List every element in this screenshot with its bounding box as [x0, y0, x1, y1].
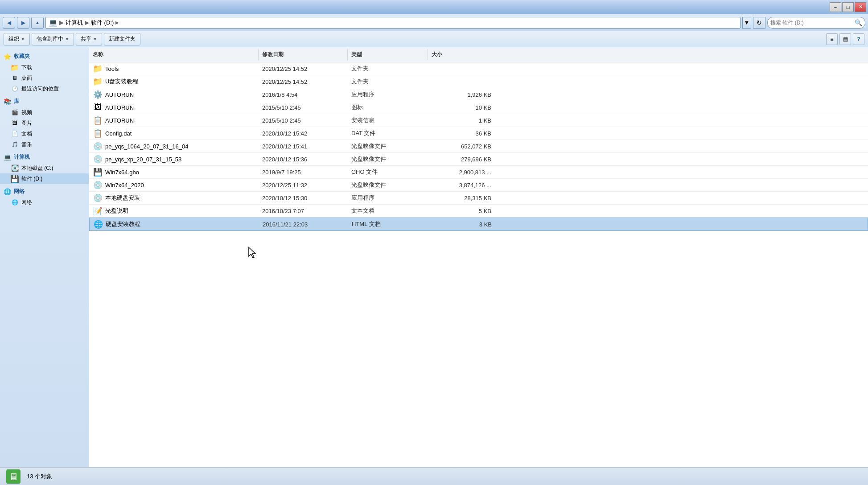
maximize-button[interactable]: □ — [842, 2, 854, 12]
sidebar-item-desktop[interactable]: 🖥 桌面 — [0, 73, 89, 83]
file-modified: 2020/12/25 14:52 — [259, 77, 348, 86]
computer-label: 计算机 — [14, 153, 30, 161]
file-icon: 💿 — [93, 180, 103, 190]
file-name-cell: 🖼 AUTORUN — [89, 101, 259, 114]
sidebar-network-section: 🌐 网络 🌐 网络 — [0, 186, 89, 208]
sidebar-item-video[interactable]: 🎬 视频 — [0, 107, 89, 118]
sidebar-item-c-drive[interactable]: 💽 本地磁盘 (C:) — [0, 163, 89, 173]
table-row[interactable]: 💿 本地硬盘安装 2020/10/12 15:30 应用程序 28,315 KB — [89, 192, 868, 205]
refresh-button[interactable]: ↻ — [753, 17, 765, 29]
sidebar-item-docs[interactable]: 📄 文档 — [0, 128, 89, 139]
sidebar-network-header[interactable]: 🌐 网络 — [0, 186, 89, 197]
close-button[interactable]: ✕ — [855, 2, 866, 12]
c-drive-icon: 💽 — [11, 164, 19, 172]
file-modified: 2019/9/7 19:25 — [259, 168, 348, 177]
table-row[interactable]: ⚙️ AUTORUN 2016/1/8 4:54 应用程序 1,926 KB — [89, 88, 868, 101]
sidebar-library-header[interactable]: 📚 库 — [0, 96, 89, 107]
file-size: 1 KB — [428, 116, 495, 125]
share-arrow: ▼ — [93, 37, 97, 41]
address-dropdown-button[interactable]: ▼ — [742, 17, 751, 29]
sidebar-d-drive-label: 软件 (D:) — [21, 175, 42, 183]
col-header-type[interactable]: 类型 — [348, 49, 428, 60]
file-modified: 2015/5/10 2:45 — [259, 103, 348, 112]
file-size: 3,874,126 ... — [428, 181, 495, 190]
file-modified: 2016/1/8 4:54 — [259, 90, 348, 99]
download-folder-icon: 📁 — [11, 63, 19, 71]
path-computer[interactable]: 计算机 — [66, 19, 83, 27]
file-modified: 2015/5/10 2:45 — [259, 116, 348, 125]
back-button[interactable]: ◀ — [3, 17, 15, 29]
minimize-button[interactable]: − — [830, 2, 841, 12]
table-row[interactable]: 📋 AUTORUN 2015/5/10 2:45 安装信息 1 KB — [89, 114, 868, 127]
up-button[interactable]: ▲ — [31, 17, 44, 29]
view-details-button[interactable]: ▤ — [839, 33, 851, 45]
titlebar: − □ ✕ — [0, 0, 868, 14]
col-header-name[interactable]: 名称 — [89, 49, 259, 60]
file-type: 文件夹 — [348, 63, 428, 74]
file-icon: 💿 — [93, 141, 103, 151]
col-header-modified[interactable]: 修改日期 — [259, 49, 348, 60]
music-icon: 🎵 — [11, 140, 19, 148]
sidebar-item-d-drive[interactable]: 💾 软件 (D:) — [0, 173, 89, 184]
path-drive[interactable]: 软件 (D:) — [91, 19, 114, 27]
network-icon: 🌐 — [4, 188, 11, 195]
file-name: pe_yqs_1064_20_07_31_16_04 — [105, 143, 189, 150]
file-size — [428, 67, 495, 70]
path-separator-2: ▶ — [85, 19, 89, 26]
sidebar-item-pictures[interactable]: 🖼 图片 — [0, 118, 89, 128]
file-name-cell: 📁 U盘安装教程 — [89, 75, 259, 88]
file-name-cell: 💿 Win7x64_2020 — [89, 179, 259, 191]
help-button[interactable]: ? — [853, 33, 864, 45]
file-name-cell: ⚙️ AUTORUN — [89, 88, 259, 101]
sidebar-item-network[interactable]: 🌐 网络 — [0, 197, 89, 208]
svg-text:🖥: 🖥 — [8, 471, 18, 482]
organize-button[interactable]: 组织 ▼ — [4, 33, 30, 45]
address-path[interactable]: 💻 ▶ 计算机 ▶ 软件 (D:) ▶ — [45, 17, 740, 29]
search-input[interactable] — [770, 20, 855, 26]
pictures-icon: 🖼 — [11, 119, 19, 127]
file-type: 光盘映像文件 — [348, 141, 428, 152]
file-name: Win7x64.gho — [105, 169, 139, 176]
table-row[interactable]: 📋 Config.dat 2020/10/12 15:42 DAT 文件 36 … — [89, 127, 868, 140]
sidebar-download-label: 下载 — [21, 64, 32, 71]
sidebar-item-recent[interactable]: 🕐 最近访问的位置 — [0, 83, 89, 94]
search-icon[interactable]: 🔍 — [855, 19, 862, 26]
file-name-cell: 📝 光盘说明 — [89, 205, 259, 217]
toolbar: 组织 ▼ 包含到库中 ▼ 共享 ▼ 新建文件夹 ≡ ▤ ? — [0, 31, 868, 47]
d-drive-icon: 💾 — [11, 175, 19, 183]
include-in-library-button[interactable]: 包含到库中 ▼ — [32, 33, 74, 45]
table-row[interactable]: 📁 U盘安装教程 2020/12/25 14:52 文件夹 — [89, 75, 868, 88]
file-name-cell: 💾 Win7x64.gho — [89, 166, 259, 178]
col-header-size[interactable]: 大小 — [428, 49, 495, 60]
new-folder-button[interactable]: 新建文件夹 — [104, 33, 140, 45]
sidebar-item-download[interactable]: 📁 下载 — [0, 62, 89, 73]
file-name-cell: 🌐 硬盘安装教程 — [90, 218, 259, 230]
library-label: 库 — [14, 98, 19, 105]
table-row[interactable]: 📝 光盘说明 2016/10/23 7:07 文本文档 5 KB — [89, 205, 868, 218]
file-type: 文本文档 — [348, 206, 428, 216]
sidebar-computer-section: 💻 计算机 💽 本地磁盘 (C:) 💾 软件 (D:) — [0, 152, 89, 184]
file-modified: 2020/10/12 15:42 — [259, 129, 348, 138]
table-row[interactable]: 📁 Tools 2020/12/25 14:52 文件夹 — [89, 62, 868, 75]
path-separator-1: ▶ — [59, 19, 64, 26]
file-name: Config.dat — [105, 130, 132, 137]
forward-button[interactable]: ▶ — [17, 17, 29, 29]
sidebar-item-music[interactable]: 🎵 音乐 — [0, 139, 89, 150]
search-box[interactable]: 🔍 — [767, 17, 865, 29]
column-headers: 名称 修改日期 类型 大小 — [89, 47, 868, 62]
table-row[interactable]: 💾 Win7x64.gho 2019/9/7 19:25 GHO 文件 2,90… — [89, 166, 868, 179]
sidebar-computer-header[interactable]: 💻 计算机 — [0, 152, 89, 163]
docs-icon: 📄 — [11, 130, 19, 138]
file-type: 光盘映像文件 — [348, 154, 428, 164]
view-list-button[interactable]: ≡ — [826, 33, 838, 45]
table-row[interactable]: 🌐 硬盘安装教程 2016/11/21 22:03 HTML 文档 3 KB — [89, 218, 868, 231]
table-row[interactable]: 💿 pe_yqs_1064_20_07_31_16_04 2020/10/12 … — [89, 140, 868, 153]
sidebar-favorites-header[interactable]: ⭐ 收藏夹 — [0, 51, 89, 62]
share-button[interactable]: 共享 ▼ — [76, 33, 102, 45]
table-row[interactable]: 🖼 AUTORUN 2015/5/10 2:45 图标 10 KB — [89, 101, 868, 114]
table-row[interactable]: 💿 Win7x64_2020 2020/12/25 11:32 光盘映像文件 3… — [89, 179, 868, 192]
file-type: GHO 文件 — [348, 167, 428, 177]
file-size: 2,900,813 ... — [428, 168, 495, 177]
table-row[interactable]: 💿 pe_yqs_xp_20_07_31_15_53 2020/10/12 15… — [89, 153, 868, 166]
sidebar-recent-label: 最近访问的位置 — [21, 85, 59, 93]
